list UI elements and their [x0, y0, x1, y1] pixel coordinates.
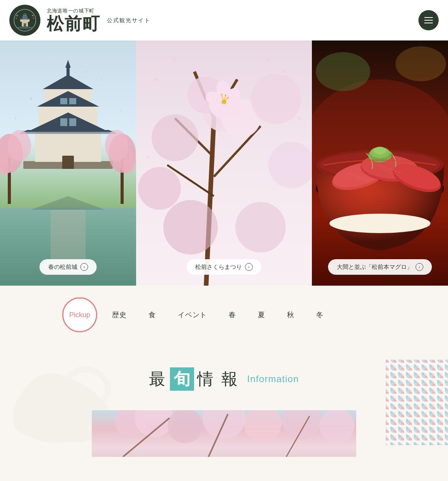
svg-point-75 — [235, 202, 286, 253]
hero-panel-cherry[interactable]: 松前さくらまつり › — [136, 40, 312, 286]
svg-rect-28 — [69, 118, 76, 126]
svg-point-96 — [374, 147, 386, 154]
section-heading-inner: 最 旬 情 報 Information — [149, 367, 299, 391]
nav-tabs: Pickup 歴史 食 イベント 春 夏 秋 冬 — [0, 286, 448, 344]
svg-point-69 — [227, 97, 229, 98]
header-text-area: 北海道唯一の城下町 松前町 — [47, 7, 101, 33]
castle-scene — [0, 40, 136, 286]
svg-point-67 — [225, 95, 226, 96]
tab-spring[interactable]: 春 — [218, 305, 247, 324]
hero-label-castle-text: 春の松前城 — [48, 263, 77, 271]
svg-point-10 — [16, 15, 18, 16]
svg-rect-8 — [24, 23, 26, 26]
svg-point-101 — [316, 52, 370, 91]
svg-point-12 — [16, 18, 17, 19]
svg-point-68 — [221, 94, 222, 95]
svg-point-39 — [105, 130, 128, 161]
header-title: 松前町 — [47, 14, 101, 33]
svg-rect-29 — [60, 98, 67, 104]
menu-icon-line1 — [424, 17, 433, 18]
svg-point-42 — [30, 98, 32, 100]
svg-marker-21 — [19, 131, 117, 134]
hero-label-tuna-text: 大間と並ぶ「松前本マグロ」 — [337, 263, 413, 271]
svg-point-74 — [163, 200, 218, 255]
tab-autumn[interactable]: 秋 — [276, 305, 305, 324]
bottom-preview-image — [92, 410, 356, 457]
svg-point-47 — [85, 71, 87, 73]
svg-point-102 — [396, 46, 446, 81]
svg-point-70 — [152, 114, 198, 161]
svg-point-72 — [138, 167, 181, 210]
site-logo — [9, 5, 40, 36]
latest-info-section: 最 旬 情 報 Information — [0, 344, 448, 472]
tab-pickup[interactable]: Pickup — [62, 297, 97, 332]
hero-arrow-tuna: › — [416, 263, 424, 271]
hero-arrow-cherry: › — [245, 263, 253, 271]
svg-rect-25 — [66, 67, 70, 75]
heading-highlight: 旬 — [170, 367, 194, 391]
svg-point-9 — [17, 26, 33, 29]
svg-point-44 — [15, 118, 17, 119]
hero-label-cherry[interactable]: 松前さくらまつり › — [187, 259, 261, 275]
svg-rect-27 — [60, 118, 67, 126]
svg-point-45 — [120, 110, 121, 111]
svg-point-43 — [100, 79, 102, 80]
svg-point-87 — [329, 214, 430, 233]
hero-label-cherry-text: 松前さくらまつり — [195, 263, 242, 271]
tuna-scene — [312, 40, 448, 286]
svg-point-38 — [8, 130, 31, 161]
header-subtitle: 北海道唯一の城下町 — [47, 7, 101, 14]
tab-history[interactable]: 歴史 — [101, 305, 138, 324]
menu-icon-line2 — [424, 20, 433, 21]
menu-icon-line3 — [424, 23, 433, 23]
menu-button[interactable] — [418, 10, 439, 30]
tab-winter[interactable]: 冬 — [305, 305, 334, 324]
header-official-label: 公式観光サイト — [107, 17, 151, 24]
tab-summer[interactable]: 夏 — [247, 305, 276, 324]
hero-label-castle[interactable]: 春の松前城 › — [40, 259, 97, 275]
hero-grid: 春の松前城 › — [0, 40, 448, 286]
heading-suffix: 情 報 — [197, 368, 239, 390]
hero-arrow-castle: › — [80, 263, 88, 271]
svg-point-11 — [32, 15, 33, 16]
heading-prefix: 最 — [149, 368, 167, 390]
svg-rect-30 — [69, 98, 76, 104]
cherry-scene — [136, 40, 312, 286]
svg-point-13 — [33, 18, 34, 19]
section-heading: 最 旬 情 報 Information — [0, 367, 448, 391]
site-header: 北海道唯一の城下町 松前町 公式観光サイト — [0, 0, 448, 40]
heading-en: Information — [247, 374, 299, 384]
svg-point-46 — [50, 63, 51, 65]
header-logo-area: 北海道唯一の城下町 松前町 公式観光サイト — [9, 5, 150, 36]
hero-panel-castle[interactable]: 春の松前城 › — [0, 40, 136, 286]
hero-panel-tuna[interactable]: 大間と並ぶ「松前本マグロ」 › — [312, 40, 448, 286]
svg-rect-31 — [62, 156, 74, 169]
svg-point-71 — [251, 74, 301, 124]
hero-label-tuna[interactable]: 大間と並ぶ「松前本マグロ」 › — [328, 259, 432, 275]
tab-food[interactable]: 食 — [138, 305, 167, 324]
tab-event[interactable]: イベント — [167, 305, 218, 324]
